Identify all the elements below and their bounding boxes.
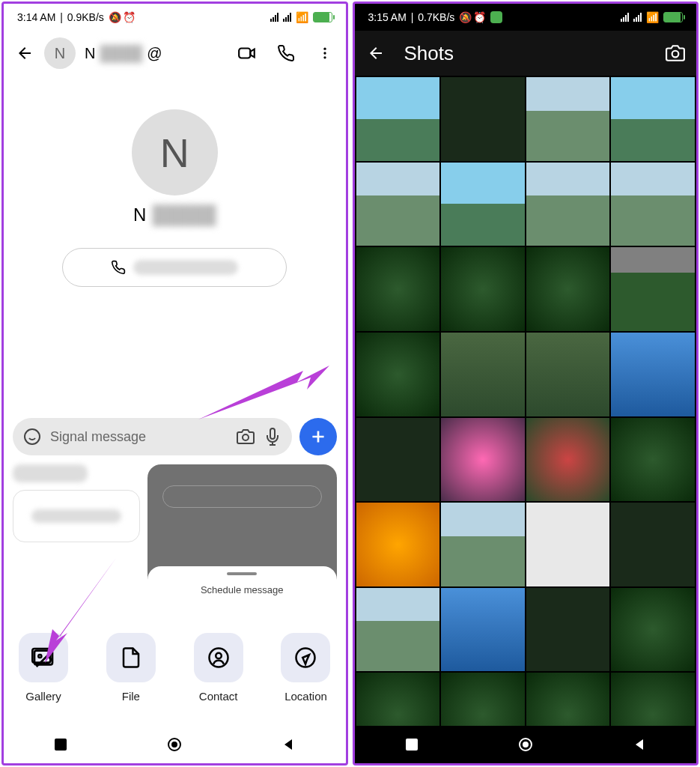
gallery-thumbnail[interactable]	[441, 77, 525, 161]
avatar-large[interactable]: N	[132, 109, 218, 195]
drag-handle-icon[interactable]	[227, 572, 257, 575]
nav-bar	[4, 726, 346, 763]
svg-rect-0	[239, 49, 250, 58]
svg-point-2	[323, 52, 326, 54]
gallery-thumbnail[interactable]	[611, 247, 695, 331]
gallery-thumbnail[interactable]	[611, 503, 695, 586]
wifi-icon: 📶	[296, 11, 308, 23]
alarm-icon: ⏰	[123, 11, 136, 23]
nav-recent[interactable]	[52, 736, 70, 754]
redacted-phone	[133, 260, 238, 275]
schedule-sheet[interactable]: Schedule message	[147, 566, 337, 603]
gallery-thumbnail[interactable]	[526, 163, 610, 246]
emoji-icon[interactable]	[23, 428, 41, 446]
back-button[interactable]	[14, 43, 35, 64]
back-button[interactable]	[365, 43, 386, 64]
status-speed: 0.9KB/s	[67, 11, 104, 23]
chat-header: N N ████ @	[4, 31, 346, 76]
status-bar: 3:15 AM | 0.7KB/s 🔕 ⏰ 📶	[355, 4, 697, 31]
svg-point-15	[672, 51, 679, 58]
nav-back[interactable]	[630, 736, 648, 754]
svg-point-3	[323, 56, 326, 58]
signal-icon	[283, 13, 291, 22]
signal-icon	[270, 13, 279, 22]
gallery-thumbnail[interactable]	[526, 77, 610, 161]
gallery-thumbnail[interactable]	[526, 588, 610, 672]
svg-point-10	[216, 653, 222, 659]
signal-icon	[621, 13, 629, 22]
gallery-thumbnail[interactable]	[611, 588, 695, 672]
nav-home[interactable]	[517, 736, 535, 754]
phone-number-button[interactable]	[62, 248, 287, 287]
gallery-thumbnail[interactable]	[526, 418, 610, 502]
app-indicator-icon	[490, 11, 502, 23]
gallery-thumbnail[interactable]	[356, 77, 440, 161]
battery-icon	[663, 12, 683, 22]
annotation-arrow	[34, 558, 139, 670]
gallery-thumbnail[interactable]	[441, 503, 525, 586]
gallery-thumbnail[interactable]	[526, 247, 610, 331]
contact-name[interactable]: N ████ @	[85, 45, 228, 62]
status-bar: 3:14 AM | 0.9KB/s 🔕 ⏰ 📶	[4, 4, 346, 31]
nav-bar	[355, 726, 697, 763]
alarm-icon: ⏰	[473, 11, 486, 23]
nav-recent[interactable]	[403, 736, 421, 754]
camera-button[interactable]	[665, 43, 686, 64]
gallery-header: Shots	[355, 31, 697, 76]
svg-point-18	[523, 742, 529, 748]
svg-point-14	[171, 742, 177, 748]
gallery-thumbnail[interactable]	[441, 247, 525, 331]
gallery-picker-screen: 3:15 AM | 0.7KB/s 🔕 ⏰ 📶 Shots	[353, 1, 699, 766]
menu-button[interactable]	[314, 43, 335, 64]
status-speed: 0.7KB/s	[418, 11, 454, 23]
contact-full-name: N █████	[133, 204, 216, 225]
battery-icon	[313, 12, 332, 22]
preview-card[interactable]	[13, 490, 140, 542]
svg-rect-12	[55, 739, 67, 751]
gallery-thumbnail[interactable]	[356, 163, 440, 246]
gallery-thumbnail[interactable]	[356, 503, 440, 586]
mute-icon: 🔕	[106, 11, 121, 23]
gallery-grid	[355, 76, 697, 758]
gallery-thumbnail[interactable]	[441, 588, 525, 672]
gallery-thumbnail[interactable]	[441, 163, 525, 246]
status-separator: |	[57, 11, 65, 23]
gallery-thumbnail[interactable]	[441, 418, 525, 502]
svg-rect-16	[406, 739, 418, 751]
redacted-text	[31, 509, 121, 523]
gallery-title: Shots	[404, 42, 454, 65]
gallery-thumbnail[interactable]	[526, 333, 610, 416]
gallery-thumbnail[interactable]	[441, 333, 525, 416]
gallery-thumbnail[interactable]	[526, 503, 610, 586]
redacted-text: ████	[100, 45, 142, 62]
message-preview[interactable]: Schedule message	[147, 464, 337, 603]
video-call-button[interactable]	[237, 43, 258, 64]
gallery-thumbnail[interactable]	[611, 418, 695, 502]
gallery-thumbnail[interactable]	[356, 333, 440, 416]
nav-back[interactable]	[279, 736, 297, 754]
gallery-thumbnail[interactable]	[611, 163, 695, 246]
avatar[interactable]: N	[44, 37, 76, 69]
gallery-thumbnail[interactable]	[356, 588, 440, 672]
voice-call-button[interactable]	[276, 43, 296, 64]
mute-icon: 🔕	[456, 11, 472, 23]
chat-body: N N █████	[4, 76, 346, 302]
gallery-thumbnail[interactable]	[611, 333, 695, 416]
attach-location[interactable]: Location	[281, 633, 330, 703]
wifi-icon: 📶	[646, 11, 659, 23]
redacted-preview	[13, 464, 88, 482]
svg-point-1	[323, 48, 326, 50]
attach-contact[interactable]: Contact	[194, 633, 243, 703]
redacted-text: █████	[152, 204, 216, 225]
annotation-arrow	[198, 360, 341, 442]
signal-chat-screen: 3:14 AM | 0.9KB/s 🔕 ⏰ 📶 N N ████ @	[1, 1, 348, 766]
status-time: 3:15 AM	[368, 11, 407, 23]
nav-home[interactable]	[165, 736, 183, 754]
status-time: 3:14 AM	[17, 11, 55, 23]
gallery-thumbnail[interactable]	[356, 247, 440, 331]
gallery-thumbnail[interactable]	[356, 418, 440, 502]
signal-icon	[633, 13, 642, 22]
gallery-thumbnail[interactable]	[611, 77, 695, 161]
svg-point-4	[25, 429, 40, 444]
